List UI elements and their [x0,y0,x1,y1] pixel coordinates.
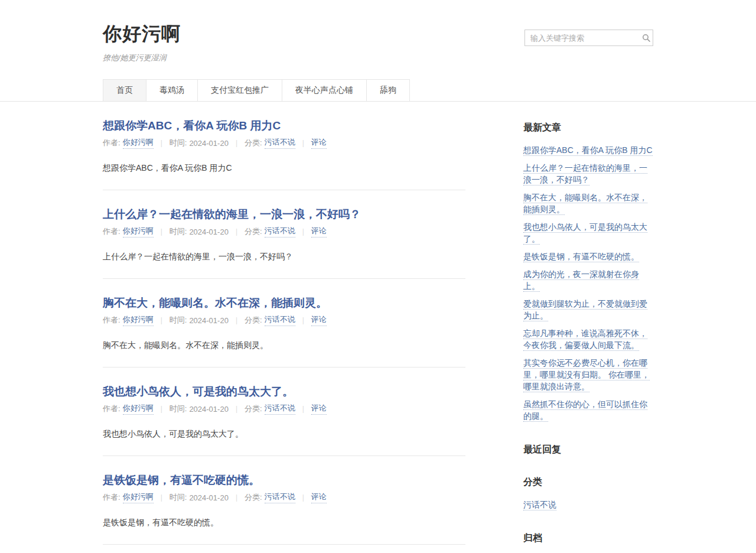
author-label: 作者: [103,138,120,148]
author-link[interactable]: 你好污啊 [123,314,154,326]
list-item: 想跟你学ABC，看你A 玩你B 用力C [523,144,653,156]
list-item: 我也想小鸟依人，可是我的鸟太大了。 [523,221,653,245]
post-title-link[interactable]: 想跟你学ABC，看你A 玩你B 用力C [103,119,281,132]
category-link[interactable]: 污话不说 [523,500,556,510]
search-input[interactable] [525,34,640,43]
category-link[interactable]: 污话不说 [265,226,295,238]
recent-post-link[interactable]: 爱就做到腿软为止，不爱就做到爱为止。 [523,299,647,321]
nav-item-home[interactable]: 首页 [103,80,146,101]
post-meta: 作者: 你好污啊 | 时间: 2024-01-20 | 分类: 污话不说 | 评… [103,404,465,414]
recent-post-link[interactable]: 成为你的光，夜一深就射在你身上。 [523,269,639,292]
nav-item-tiangou[interactable]: 舔狗 [367,80,410,101]
meta-separator: | [161,227,162,236]
category-link[interactable]: 污话不说 [265,137,295,149]
list-item: 忘却凡事种种，谁说高雅死不休，今夜你我，偏要做人间最下流。 [523,327,653,351]
post-date: 2024-01-20 [189,405,229,414]
author-label: 作者: [103,226,120,237]
meta-separator: | [236,493,237,502]
post-date: 2024-01-20 [189,493,229,502]
comments-link[interactable]: 评论 [311,226,327,238]
post-excerpt: 我也想小鸟依人，可是我的鸟太大了。 [103,429,465,439]
post-item: 上什么岸？一起在情欲的海里，一浪一浪，不好吗？ 作者: 你好污啊 | 时间: 2… [103,190,465,279]
meta-separator: | [236,227,237,236]
recent-posts-list: 想跟你学ABC，看你A 玩你B 用力C 上什么岸？一起在情欲的海里，一浪一浪，不… [523,144,653,422]
nav-item-alipay-promo[interactable]: 支付宝红包推广 [198,80,282,101]
post-title: 是铁饭是钢，有逼不吃硬的慌。 [103,474,465,487]
site-header: 你好污啊 撩他/她更污更湿润 [103,0,653,63]
category-label: 分类: [245,226,262,237]
time-label: 时间: [170,492,187,503]
nav-band: 首页 毒鸡汤 支付宝红包推广 夜半心声点心铺 舔狗 [0,79,756,102]
nav-item-midnight-shop[interactable]: 夜半心声点心铺 [282,80,367,101]
recent-post-link[interactable]: 我也想小鸟依人，可是我的鸟太大了。 [523,222,647,245]
author-label: 作者: [103,315,120,326]
category-label: 分类: [245,492,262,503]
widget-title-recent-posts: 最新文章 [523,122,653,134]
meta-separator: | [302,493,304,502]
category-link[interactable]: 污话不说 [265,314,295,326]
meta-separator: | [161,139,162,147]
widget-title-archives: 归档 [523,532,653,545]
recent-post-link[interactable]: 其实夸你远不必费尽心机，你在哪里，哪里就没有归期。 你在哪里，哪里就浪出诗意。 [523,358,650,392]
search-box [524,30,653,46]
widget-categories: 分类 污话不说 [523,476,653,510]
post-date: 2024-01-20 [189,139,229,148]
comments-link[interactable]: 评论 [311,403,327,415]
post-item: 我也想小鸟依人，可是我的鸟太大了。 作者: 你好污啊 | 时间: 2024-01… [103,367,465,456]
list-item: 爱就做到腿软为止，不爱就做到爱为止。 [523,298,653,321]
recent-post-link[interactable]: 想跟你学ABC，看你A 玩你B 用力C [523,145,653,156]
post-title-link[interactable]: 上什么岸？一起在情欲的海里，一浪一浪，不好吗？ [103,208,361,220]
recent-post-link[interactable]: 是铁饭是钢，有逼不吃硬的慌。 [523,252,639,262]
post-item: 胸不在大，能嘬则名。水不在深，能插则灵。 作者: 你好污啊 | 时间: 2024… [103,279,465,367]
post-excerpt: 上什么岸？一起在情欲的海里，一浪一浪，不好吗？ [103,252,465,262]
category-link[interactable]: 污话不说 [265,492,295,503]
meta-separator: | [236,316,237,324]
category-label: 分类: [245,315,262,326]
post-date: 2024-01-20 [189,316,229,325]
recent-post-link[interactable]: 虽然抓不住你的心，但可以抓住你的腿。 [523,399,647,422]
post-title: 胸不在大，能嘬则名。水不在深，能插则灵。 [103,297,465,310]
comments-link[interactable]: 评论 [311,314,327,326]
author-label: 作者: [103,404,120,414]
post-excerpt: 是铁饭是钢，有逼不吃硬的慌。 [103,518,465,528]
post-title-link[interactable]: 我也想小鸟依人，可是我的鸟太大了。 [103,385,294,398]
list-item: 虽然抓不住你的心，但可以抓住你的腿。 [523,398,653,422]
post-title-link[interactable]: 是铁饭是钢，有逼不吃硬的慌。 [103,474,260,486]
author-link[interactable]: 你好污啊 [123,226,154,238]
categories-list: 污话不说 [523,499,653,510]
meta-separator: | [236,139,237,147]
widget-archives: 归档 January 2024 August 2022 [523,532,653,553]
post-meta: 作者: 你好污啊 | 时间: 2024-01-20 | 分类: 污话不说 | 评… [103,493,465,502]
author-link[interactable]: 你好污啊 [123,403,154,415]
category-label: 分类: [245,404,262,414]
nav-item-poison-soup[interactable]: 毒鸡汤 [146,80,198,101]
meta-separator: | [302,227,304,236]
site-tagline: 撩他/她更污更湿润 [103,53,653,63]
meta-separator: | [161,493,162,502]
post-date: 2024-01-20 [189,227,229,236]
list-item: 上什么岸？一起在情欲的海里，一浪一浪，不好吗？ [523,162,653,186]
search-icon[interactable] [640,34,653,43]
post-meta: 作者: 你好污啊 | 时间: 2024-01-20 | 分类: 污话不说 | 评… [103,315,465,325]
meta-separator: | [302,405,304,413]
category-link[interactable]: 污话不说 [265,403,295,415]
time-label: 时间: [170,404,187,414]
meta-separator: | [161,316,162,324]
post-title-link[interactable]: 胸不在大，能嘬则名。水不在深，能插则灵。 [103,297,327,309]
author-link[interactable]: 你好污啊 [123,137,154,149]
author-link[interactable]: 你好污啊 [123,492,154,503]
meta-separator: | [236,405,237,413]
meta-separator: | [161,405,162,413]
post-excerpt: 想跟你学ABC，看你A 玩你B 用力C [103,163,465,173]
category-label: 分类: [245,138,262,148]
recent-post-link[interactable]: 上什么岸？一起在情欲的海里，一浪一浪，不好吗？ [523,163,647,186]
comments-link[interactable]: 评论 [311,137,327,149]
comments-link[interactable]: 评论 [311,492,327,503]
meta-separator: | [302,139,304,147]
list-item: 成为你的光，夜一深就射在你身上。 [523,268,653,292]
time-label: 时间: [170,315,187,326]
recent-post-link[interactable]: 胸不在大，能嘬则名。水不在深，能插则灵。 [523,193,647,215]
recent-post-link[interactable]: 忘却凡事种种，谁说高雅死不休，今夜你我，偏要做人间最下流。 [523,328,647,351]
post-title: 想跟你学ABC，看你A 玩你B 用力C [103,119,465,132]
post-excerpt: 胸不在大，能嘬则名。水不在深，能插则灵。 [103,340,465,350]
